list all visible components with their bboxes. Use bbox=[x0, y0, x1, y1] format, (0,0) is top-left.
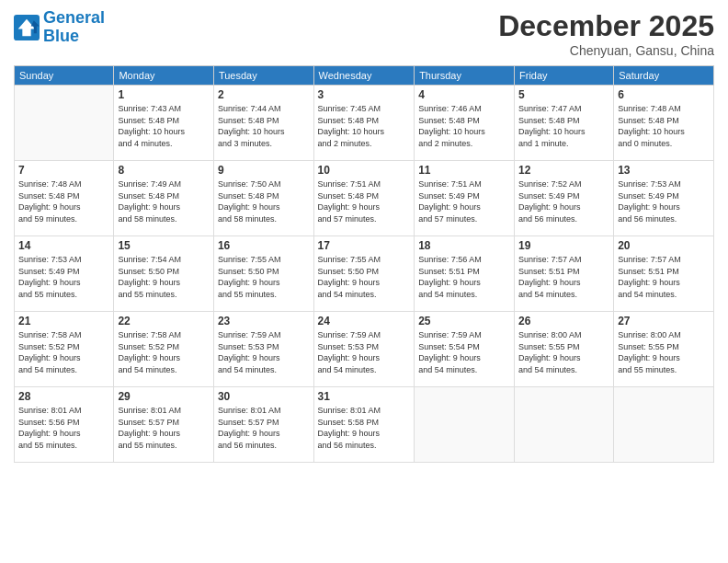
calendar-cell: 16Sunrise: 7:55 AM Sunset: 5:50 PM Dayli… bbox=[213, 236, 313, 312]
day-info: Sunrise: 7:59 AM Sunset: 5:54 PM Dayligh… bbox=[418, 329, 510, 375]
calendar-cell: 31Sunrise: 8:01 AM Sunset: 5:58 PM Dayli… bbox=[313, 387, 415, 463]
day-number: 3 bbox=[318, 88, 411, 101]
logo-general: General bbox=[43, 8, 105, 27]
day-info: Sunrise: 7:50 AM Sunset: 5:48 PM Dayligh… bbox=[218, 178, 310, 224]
day-info: Sunrise: 7:53 AM Sunset: 5:49 PM Dayligh… bbox=[18, 254, 109, 300]
day-info: Sunrise: 7:57 AM Sunset: 5:51 PM Dayligh… bbox=[618, 254, 710, 300]
calendar-cell bbox=[415, 387, 515, 463]
day-number: 5 bbox=[518, 88, 609, 101]
calendar-cell: 30Sunrise: 8:01 AM Sunset: 5:57 PM Dayli… bbox=[213, 387, 313, 463]
day-info: Sunrise: 7:44 AM Sunset: 5:48 PM Dayligh… bbox=[218, 103, 310, 149]
calendar-cell bbox=[515, 387, 614, 463]
title-block: December 2025 Chenyuan, Gansu, China bbox=[498, 9, 714, 58]
calendar-cell: 15Sunrise: 7:54 AM Sunset: 5:50 PM Dayli… bbox=[114, 236, 214, 312]
calendar-cell: 3Sunrise: 7:45 AM Sunset: 5:48 PM Daylig… bbox=[313, 86, 415, 161]
day-number: 30 bbox=[218, 390, 310, 403]
day-number: 6 bbox=[618, 88, 710, 101]
day-info: Sunrise: 7:47 AM Sunset: 5:48 PM Dayligh… bbox=[518, 103, 609, 149]
header-row: Sunday Monday Tuesday Wednesday Thursday… bbox=[15, 66, 714, 86]
calendar-cell: 6Sunrise: 7:48 AM Sunset: 5:48 PM Daylig… bbox=[614, 86, 714, 161]
day-number: 1 bbox=[118, 88, 210, 101]
day-info: Sunrise: 8:01 AM Sunset: 5:57 PM Dayligh… bbox=[218, 405, 310, 451]
calendar-cell: 12Sunrise: 7:52 AM Sunset: 5:49 PM Dayli… bbox=[515, 161, 614, 236]
day-info: Sunrise: 7:51 AM Sunset: 5:48 PM Dayligh… bbox=[318, 178, 411, 224]
day-info: Sunrise: 7:54 AM Sunset: 5:50 PM Dayligh… bbox=[118, 254, 210, 300]
day-number: 23 bbox=[218, 315, 310, 327]
calendar-week-4: 28Sunrise: 8:01 AM Sunset: 5:56 PM Dayli… bbox=[15, 387, 714, 463]
calendar-cell: 25Sunrise: 7:59 AM Sunset: 5:54 PM Dayli… bbox=[415, 312, 515, 387]
day-number: 17 bbox=[318, 239, 411, 252]
calendar-cell: 13Sunrise: 7:53 AM Sunset: 5:49 PM Dayli… bbox=[614, 161, 714, 236]
day-info: Sunrise: 7:55 AM Sunset: 5:50 PM Dayligh… bbox=[318, 254, 411, 300]
calendar-cell: 1Sunrise: 7:43 AM Sunset: 5:48 PM Daylig… bbox=[114, 86, 214, 161]
day-number: 27 bbox=[618, 315, 710, 327]
day-info: Sunrise: 7:57 AM Sunset: 5:51 PM Dayligh… bbox=[518, 254, 609, 300]
calendar-cell: 7Sunrise: 7:48 AM Sunset: 5:48 PM Daylig… bbox=[15, 161, 114, 236]
calendar-cell: 10Sunrise: 7:51 AM Sunset: 5:48 PM Dayli… bbox=[313, 161, 415, 236]
calendar-cell: 26Sunrise: 8:00 AM Sunset: 5:55 PM Dayli… bbox=[515, 312, 614, 387]
day-number: 12 bbox=[518, 164, 609, 177]
calendar-week-1: 7Sunrise: 7:48 AM Sunset: 5:48 PM Daylig… bbox=[15, 161, 714, 236]
day-number: 16 bbox=[218, 239, 310, 252]
col-sunday: Sunday bbox=[15, 66, 114, 86]
day-number: 13 bbox=[618, 164, 710, 177]
day-info: Sunrise: 7:58 AM Sunset: 5:52 PM Dayligh… bbox=[18, 329, 109, 375]
day-number: 19 bbox=[518, 239, 609, 252]
calendar-cell: 8Sunrise: 7:49 AM Sunset: 5:48 PM Daylig… bbox=[114, 161, 214, 236]
day-number: 21 bbox=[18, 315, 109, 327]
day-info: Sunrise: 7:48 AM Sunset: 5:48 PM Dayligh… bbox=[18, 178, 109, 224]
calendar-cell: 20Sunrise: 7:57 AM Sunset: 5:51 PM Dayli… bbox=[614, 236, 714, 312]
day-number: 2 bbox=[218, 88, 310, 101]
day-number: 29 bbox=[118, 390, 210, 403]
day-number: 14 bbox=[18, 239, 109, 252]
day-number: 22 bbox=[118, 315, 210, 327]
calendar-week-2: 14Sunrise: 7:53 AM Sunset: 5:49 PM Dayli… bbox=[15, 236, 714, 312]
calendar-cell: 4Sunrise: 7:46 AM Sunset: 5:48 PM Daylig… bbox=[415, 86, 515, 161]
day-info: Sunrise: 7:45 AM Sunset: 5:48 PM Dayligh… bbox=[318, 103, 411, 149]
day-info: Sunrise: 7:43 AM Sunset: 5:48 PM Dayligh… bbox=[118, 103, 210, 149]
calendar-cell: 23Sunrise: 7:59 AM Sunset: 5:53 PM Dayli… bbox=[213, 312, 313, 387]
calendar-cell: 9Sunrise: 7:50 AM Sunset: 5:48 PM Daylig… bbox=[213, 161, 313, 236]
day-number: 4 bbox=[418, 88, 510, 101]
day-number: 28 bbox=[18, 390, 109, 403]
calendar-body: 1Sunrise: 7:43 AM Sunset: 5:48 PM Daylig… bbox=[15, 86, 714, 463]
day-info: Sunrise: 7:51 AM Sunset: 5:49 PM Dayligh… bbox=[418, 178, 510, 224]
day-number: 25 bbox=[418, 315, 510, 327]
day-number: 31 bbox=[318, 390, 411, 403]
calendar-cell bbox=[614, 387, 714, 463]
day-number: 8 bbox=[118, 164, 210, 177]
col-friday: Friday bbox=[515, 66, 614, 86]
calendar-cell: 11Sunrise: 7:51 AM Sunset: 5:49 PM Dayli… bbox=[415, 161, 515, 236]
calendar-cell: 29Sunrise: 8:01 AM Sunset: 5:57 PM Dayli… bbox=[114, 387, 214, 463]
day-number: 20 bbox=[618, 239, 710, 252]
month-title: December 2025 bbox=[498, 9, 714, 43]
day-info: Sunrise: 7:56 AM Sunset: 5:51 PM Dayligh… bbox=[418, 254, 510, 300]
day-info: Sunrise: 8:00 AM Sunset: 5:55 PM Dayligh… bbox=[618, 329, 710, 375]
calendar-cell: 21Sunrise: 7:58 AM Sunset: 5:52 PM Dayli… bbox=[15, 312, 114, 387]
calendar-cell: 5Sunrise: 7:47 AM Sunset: 5:48 PM Daylig… bbox=[515, 86, 614, 161]
calendar-week-3: 21Sunrise: 7:58 AM Sunset: 5:52 PM Dayli… bbox=[15, 312, 714, 387]
col-monday: Monday bbox=[114, 66, 214, 86]
day-number: 24 bbox=[318, 315, 411, 327]
calendar-cell: 27Sunrise: 8:00 AM Sunset: 5:55 PM Dayli… bbox=[614, 312, 714, 387]
calendar-cell: 22Sunrise: 7:58 AM Sunset: 5:52 PM Dayli… bbox=[114, 312, 214, 387]
calendar-week-0: 1Sunrise: 7:43 AM Sunset: 5:48 PM Daylig… bbox=[15, 86, 714, 161]
day-number: 15 bbox=[118, 239, 210, 252]
day-info: Sunrise: 8:01 AM Sunset: 5:56 PM Dayligh… bbox=[18, 405, 109, 451]
day-info: Sunrise: 7:58 AM Sunset: 5:52 PM Dayligh… bbox=[118, 329, 210, 375]
location: Chenyuan, Gansu, China bbox=[498, 43, 714, 58]
day-number: 26 bbox=[518, 315, 609, 327]
day-info: Sunrise: 8:01 AM Sunset: 5:58 PM Dayligh… bbox=[318, 405, 411, 451]
day-info: Sunrise: 7:52 AM Sunset: 5:49 PM Dayligh… bbox=[518, 178, 609, 224]
logo-blue: Blue bbox=[43, 27, 79, 45]
day-info: Sunrise: 7:46 AM Sunset: 5:48 PM Dayligh… bbox=[418, 103, 510, 149]
header: General Blue December 2025 Chenyuan, Gan… bbox=[14, 9, 714, 58]
logo-icon bbox=[14, 15, 40, 40]
logo-text: General Blue bbox=[43, 9, 105, 46]
day-info: Sunrise: 7:59 AM Sunset: 5:53 PM Dayligh… bbox=[218, 329, 310, 375]
day-info: Sunrise: 7:53 AM Sunset: 5:49 PM Dayligh… bbox=[618, 178, 710, 224]
calendar-table: Sunday Monday Tuesday Wednesday Thursday… bbox=[14, 65, 714, 463]
calendar-cell: 14Sunrise: 7:53 AM Sunset: 5:49 PM Dayli… bbox=[15, 236, 114, 312]
day-info: Sunrise: 7:49 AM Sunset: 5:48 PM Dayligh… bbox=[118, 178, 210, 224]
day-number: 10 bbox=[318, 164, 411, 177]
